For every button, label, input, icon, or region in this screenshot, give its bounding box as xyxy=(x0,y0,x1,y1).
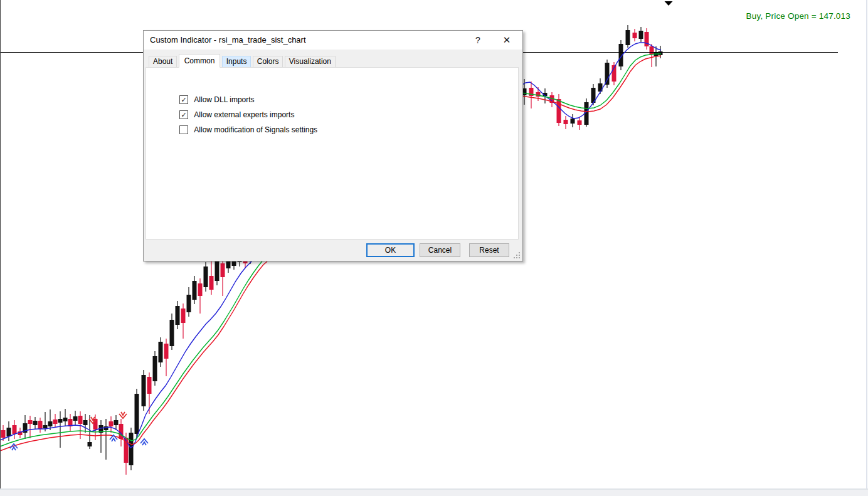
help-button[interactable]: ? xyxy=(468,31,487,50)
checkbox-row-external-experts: ✓ Allow external experts imports xyxy=(179,110,294,119)
up-arrow-marker xyxy=(140,439,148,445)
chart-window: Buy, Price Open = 147.013 Custom Indicat… xyxy=(0,0,868,496)
close-icon[interactable]: ✕ xyxy=(497,31,516,50)
dialog-title: Custom Indicator - rsi_ma_trade_sist_cha… xyxy=(150,31,306,50)
allow-dll-imports-label[interactable]: Allow DLL imports xyxy=(194,95,254,104)
chart-comment: Buy, Price Open = 147.013 xyxy=(746,11,850,21)
ma-slow-red-top-right xyxy=(521,56,661,112)
ok-button[interactable]: OK xyxy=(366,243,415,257)
reset-button[interactable]: Reset xyxy=(469,243,509,257)
checkbox-row-dll-imports: ✓ Allow DLL imports xyxy=(179,95,255,103)
down-triangle-marker xyxy=(665,1,673,6)
allow-signals-modification-label[interactable]: Allow modification of Signals settings xyxy=(194,125,317,134)
tab-inputs[interactable]: Inputs xyxy=(222,56,251,68)
ma-fast-blue-top-right xyxy=(521,43,661,119)
candles-top-right xyxy=(522,25,663,130)
ma-slow-green-bottom-left xyxy=(0,260,263,446)
tab-common[interactable]: Common xyxy=(179,54,221,68)
custom-indicator-dialog: Custom Indicator - rsi_ma_trade_sist_cha… xyxy=(143,30,523,261)
dialog-title-bar[interactable]: Custom Indicator - rsi_ma_trade_sist_cha… xyxy=(144,31,522,50)
allow-external-experts-checkbox[interactable]: ✓ xyxy=(179,110,188,119)
tab-colors[interactable]: Colors xyxy=(253,56,283,68)
ma-fast-blue-bottom-left xyxy=(0,259,255,448)
allow-dll-imports-checkbox[interactable]: ✓ xyxy=(179,95,188,104)
down-arrow-marker xyxy=(119,412,127,418)
resize-grip[interactable] xyxy=(514,253,520,258)
allow-signals-modification-checkbox[interactable] xyxy=(179,125,188,134)
tab-panel-common: ✓ Allow DLL imports ✓ Allow external exp… xyxy=(146,67,519,240)
window-border-right xyxy=(866,0,867,496)
allow-external-experts-label[interactable]: Allow external experts imports xyxy=(194,110,294,119)
window-bottom-strip xyxy=(0,488,868,496)
tab-visualization[interactable]: Visualization xyxy=(285,56,336,68)
checkbox-row-signals-settings: Allow modification of Signals settings xyxy=(179,125,317,134)
tab-about[interactable]: About xyxy=(149,56,177,68)
window-border-left xyxy=(0,0,1,490)
cancel-button[interactable]: Cancel xyxy=(420,243,460,257)
